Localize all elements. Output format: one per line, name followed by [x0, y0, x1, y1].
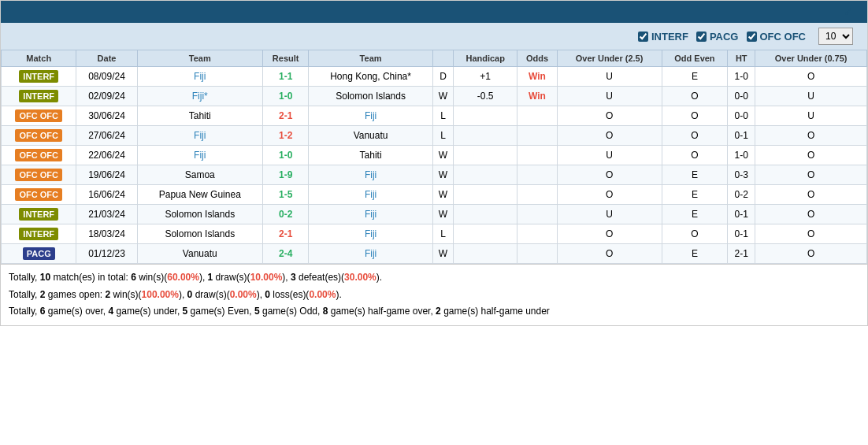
table-row-ou25: U [557, 87, 662, 106]
table-row-handicap [454, 106, 517, 126]
table-row-wl: D [432, 67, 453, 87]
table-row-ou075: U [755, 87, 867, 106]
table-row-wl: W [432, 146, 453, 165]
table-row-ou075: U [755, 106, 867, 126]
table-row-ht: 0-1 [728, 126, 755, 146]
filter-interf-checkbox[interactable] [638, 32, 648, 42]
table-row-match: INTERF [2, 67, 76, 87]
table-row-oe: O [662, 146, 728, 165]
table-row-ou25: O [557, 126, 662, 146]
table-row-ou075: O [755, 185, 867, 205]
table-row-wl: W [432, 205, 453, 224]
games-select[interactable]: 5 10 15 20 All [818, 28, 853, 45]
match-badge: INTERF [19, 70, 58, 83]
filter-interf[interactable]: INTERF [638, 31, 688, 43]
table-row-date: 30/06/24 [76, 106, 137, 126]
filter-pacg[interactable]: PACG [696, 31, 739, 43]
table-row-score: 2-1 [263, 224, 309, 244]
col-result: Result [263, 50, 309, 67]
table-row-team2: Fiji [309, 106, 433, 126]
filter-ofc-checkbox[interactable] [747, 32, 757, 42]
table-row-odds: Win [517, 87, 557, 106]
table-row-team2: Hong Kong, China* [309, 67, 433, 87]
table-row-ou075: O [755, 146, 867, 165]
table-row-odds [517, 146, 557, 165]
table-row-team1: Fiji [137, 146, 262, 165]
table-row-date: 27/06/24 [76, 126, 137, 146]
table-row-match: INTERF [2, 224, 76, 244]
table-row-handicap [454, 244, 517, 264]
table-row-date: 22/06/24 [76, 146, 137, 165]
table-row-wl: L [432, 106, 453, 126]
match-badge: OFC OFC [15, 109, 62, 122]
table-row-ht: 2-1 [728, 244, 755, 264]
scores-table: Match Date Team Result Team Handicap Odd… [1, 50, 867, 264]
table-row-ou25: O [557, 106, 662, 126]
table-row-team2: Fiji [309, 224, 433, 244]
table-row-ht: 0-2 [728, 185, 755, 205]
table-row-ht: 0-3 [728, 165, 755, 185]
table-row-ht: 0-1 [728, 224, 755, 244]
filter-ofc[interactable]: OFC OFC [747, 31, 807, 43]
summary-line: Totally, 6 game(s) over, 4 game(s) under… [9, 303, 859, 321]
col-oe: Odd Even [662, 50, 728, 67]
table-row-team2: Fiji [309, 244, 433, 264]
table-row-match: OFC OFC [2, 146, 76, 165]
table-row-ou25: U [557, 67, 662, 87]
last-games-control: 5 10 15 20 All [814, 28, 858, 45]
table-row-match: INTERF [2, 205, 76, 224]
table-row-wl: L [432, 126, 453, 146]
table-row-team1: Fiji* [137, 87, 262, 106]
table-row-team2: Fiji [309, 205, 433, 224]
table-row-score: 1-5 [263, 185, 309, 205]
filter-interf-label: INTERF [651, 31, 688, 43]
match-badge: PACG [23, 247, 55, 260]
table-row-handicap [454, 126, 517, 146]
table-row-odds [517, 244, 557, 264]
table-row-score: 1-2 [263, 126, 309, 146]
summary-bar: Totally, 10 match(es) in total: 6 win(s)… [1, 264, 867, 325]
table-row-handicap [454, 165, 517, 185]
table-row-odds: Win [517, 67, 557, 87]
table-row-wl: W [432, 87, 453, 106]
table-row-team2: Vanuatu [309, 126, 433, 146]
match-badge: OFC OFC [15, 129, 62, 142]
table-row-ou075: O [755, 244, 867, 264]
table-row-team1: Samoa [137, 165, 262, 185]
table-row-team1: Fiji [137, 126, 262, 146]
table-row-team1: Solomon Islands [137, 205, 262, 224]
table-row-odds [517, 106, 557, 126]
table-row-match: PACG [2, 244, 76, 264]
table-row-match: INTERF [2, 87, 76, 106]
table-row-oe: O [662, 87, 728, 106]
table-row-handicap: -0.5 [454, 87, 517, 106]
match-badge: INTERF [19, 228, 58, 240]
table-row-ht: 1-0 [728, 67, 755, 87]
table-row-handicap [454, 185, 517, 205]
match-badge: OFC OFC [15, 188, 62, 201]
table-row-match: OFC OFC [2, 185, 76, 205]
table-row-ou075: O [755, 205, 867, 224]
table-row-team1: Fiji [137, 67, 262, 87]
table-row-team2: Solomon Islands [309, 87, 433, 106]
table-row-date: 01/12/23 [76, 244, 137, 264]
table-row-date: 16/06/24 [76, 185, 137, 205]
filter-bar: INTERF PACG OFC OFC 5 10 15 20 All [1, 23, 867, 50]
filter-pacg-checkbox[interactable] [696, 32, 707, 42]
table-row-odds [517, 224, 557, 244]
col-team1: Team [137, 50, 262, 67]
col-odds: Odds [517, 50, 557, 67]
table-row-match: OFC OFC [2, 106, 76, 126]
table-row-handicap [454, 205, 517, 224]
table-row-team2: Fiji [309, 165, 433, 185]
table-row-team1: Solomon Islands [137, 224, 262, 244]
table-row-score: 0-2 [263, 205, 309, 224]
table-row-ou075: O [755, 165, 867, 185]
display-notes-control[interactable]: ✓ [844, 6, 858, 18]
table-row-date: 21/03/24 [76, 205, 137, 224]
table-row-score: 1-0 [263, 146, 309, 165]
col-handicap: Handicap [454, 50, 517, 67]
table-row-ou25: O [557, 224, 662, 244]
col-ou075: Over Under (0.75) [755, 50, 867, 67]
match-badge: INTERF [19, 208, 58, 221]
